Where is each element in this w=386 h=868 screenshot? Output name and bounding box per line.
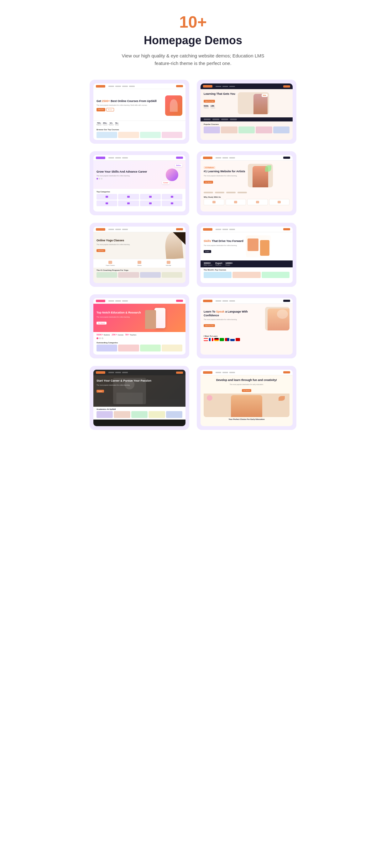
demo6-navbar [201, 226, 293, 232]
demo6-btn1[interactable]: Explore [204, 250, 211, 253]
demo2-thumb [204, 126, 220, 133]
demo-card-4[interactable]: #1 Platform #1 Learning Website for Arti… [197, 151, 296, 215]
demo1-hero: Get 2500+ Best Online Courses From UpSki… [93, 89, 185, 121]
demo10-logo [203, 371, 212, 374]
demo5-btn1[interactable]: Start Free [97, 249, 105, 252]
demo7-cat: Outstanding Categories [93, 340, 185, 353]
demo2-herotext: Learning That Gets You Start Free Trial … [204, 92, 235, 114]
demo2-thumbnails [204, 126, 289, 133]
demo2-bottombar [201, 117, 293, 121]
demo5-triangle [173, 232, 185, 245]
demo2-stats: 500k Students 15K Courses [204, 105, 235, 108]
demo10-navlinks [216, 372, 235, 373]
demo-card-6[interactable]: Skills That Drive You Forward The most p… [197, 223, 296, 287]
demo4-headline: #1 Learning Website for Artists [204, 170, 245, 174]
demo5-navlink [108, 229, 114, 230]
demo-screenshot-7: Top Notch Education & Research The most … [93, 298, 185, 354]
demo7-btn1[interactable]: Get Started [97, 322, 107, 324]
demo9-herocontent: Start Your Career & Pursue Your Passion … [93, 375, 185, 395]
demo-card-2[interactable]: Learning That Gets You Start Free Trial … [197, 80, 296, 144]
demo8-flag [214, 338, 219, 341]
demo7-sub: The most popular destination for online … [97, 316, 141, 318]
demo1-btn1[interactable]: Start Free [97, 108, 105, 112]
demo5-stat: Schedule [154, 261, 182, 266]
demos-count: 10+ [90, 12, 296, 31]
demo-card-5[interactable]: Online Yoga Classes The most popular des… [90, 223, 189, 287]
demo1-navlink [129, 86, 135, 87]
demo9-headline: Start Your Career & Pursue Your Passion [97, 379, 182, 383]
demo6-courses: The World's Top Courses [201, 267, 293, 280]
demo3-sub: The most popular destination for online … [97, 175, 160, 177]
demo1-sub: The most popular destination for online … [97, 104, 163, 106]
demo6-navlink [216, 229, 221, 230]
demo2-logo [203, 85, 212, 88]
demo6-heroimage [246, 235, 271, 257]
demo9-btn1[interactable]: Explore [97, 390, 104, 393]
demo1-courses: Browse Our Top Courses [93, 127, 185, 140]
demo5-stattext: Schedule [154, 265, 182, 266]
demo4-btn1[interactable]: Get Started [204, 181, 213, 184]
demo6-illustration [246, 235, 271, 257]
demo6-person [260, 240, 270, 256]
demo1-navlinks [108, 86, 135, 87]
demo6-navlinks [216, 229, 235, 230]
demo4-decoleaf [265, 165, 271, 172]
demo8-sub: The most popular destination for online … [204, 318, 262, 320]
demo9-herotext: Start Your Career & Pursue Your Passion … [97, 379, 182, 393]
demo10-navlink [229, 372, 235, 373]
demo3-hero: Grow Your Skills And Advance Career The … [93, 161, 185, 189]
demo5-herotext: Online Yoga Classes The most popular des… [97, 239, 144, 253]
demo2-thumb [221, 126, 237, 133]
demo5-thumb [118, 272, 139, 278]
demo1-herotext: Get 2500+ Best Online Courses From UpSki… [97, 99, 163, 112]
demo-card-10[interactable]: Develop and learn through fun and creati… [197, 366, 296, 430]
demo2-navlinks [216, 86, 235, 87]
demo5-thumb [140, 272, 161, 278]
demo9-logo [96, 371, 105, 374]
demo6-logo [203, 228, 212, 231]
demo5-navbar [93, 226, 185, 232]
demo1-thumb [162, 132, 182, 138]
demo5-hero: Online Yoga Classes The most popular des… [93, 232, 185, 259]
demo3-navlink [122, 157, 128, 158]
demo1-btn2[interactable]: Browse [106, 108, 114, 112]
demo7-personside [145, 310, 156, 329]
demo2-logoitem [212, 119, 219, 120]
demo8-btn1[interactable]: Start Free Trial [204, 324, 215, 327]
demo8-headline: Learn To Speak a Language With Confidenc… [204, 310, 262, 317]
demo8-flag [220, 338, 224, 341]
demo-card-3[interactable]: Grow Your Skills And Advance Career The … [90, 151, 189, 215]
demo10-navlink [222, 372, 228, 373]
demo7-navlink [115, 300, 121, 302]
demo3-catgrid [97, 194, 182, 206]
demo4-bottombar [201, 190, 293, 194]
demo10-hero: Develop and learn through fun and creati… [201, 375, 293, 417]
demo-card-9[interactable]: Start Your Career & Pursue Your Passion … [90, 366, 189, 430]
demo5-headline: Online Yoga Classes [97, 239, 144, 243]
demo9-navbtn [176, 372, 183, 374]
demo6-darkstat: 10000+Courses [225, 262, 233, 266]
demo7-thumb [140, 345, 161, 351]
demo-card-7[interactable]: Top Notch Education & Research The most … [90, 294, 189, 359]
demo6-navbtn [283, 228, 290, 230]
demo2-headline: Learning That Gets You [204, 92, 235, 96]
demo2-logoitem [230, 119, 237, 120]
demo-card-1[interactable]: Get 2500+ Best Online Courses From UpSki… [90, 80, 189, 144]
demo10-butterfly [279, 396, 285, 401]
demo3-catitem [118, 200, 139, 206]
demo9-thumbnails [97, 411, 182, 418]
demo2-btn1[interactable]: Start Free Trial [204, 100, 215, 103]
demo1-btnrow: Start Free Browse [97, 108, 163, 112]
demo8-flag [230, 338, 235, 341]
demo6-herotext: Skills That Drive You Forward The most p… [204, 240, 243, 253]
demo10-btn1[interactable]: Get Started [242, 389, 251, 392]
demo6-darkstat: 30000+Online Lessons [204, 262, 212, 266]
demo4-badgetop: #1 Platform [204, 166, 215, 169]
demo3-section-title: Top Categories [97, 191, 182, 193]
demo8-navbar [201, 298, 293, 304]
demo-screenshot-4: #1 Platform #1 Learning Website for Arti… [201, 155, 293, 212]
demo3-catitem [97, 200, 117, 206]
demo-screenshot-9: Start Your Career & Pursue Your Passion … [93, 370, 185, 426]
demo1-logo [96, 85, 105, 88]
demo-card-8[interactable]: Learn To Speak a Language With Confidenc… [197, 294, 296, 359]
